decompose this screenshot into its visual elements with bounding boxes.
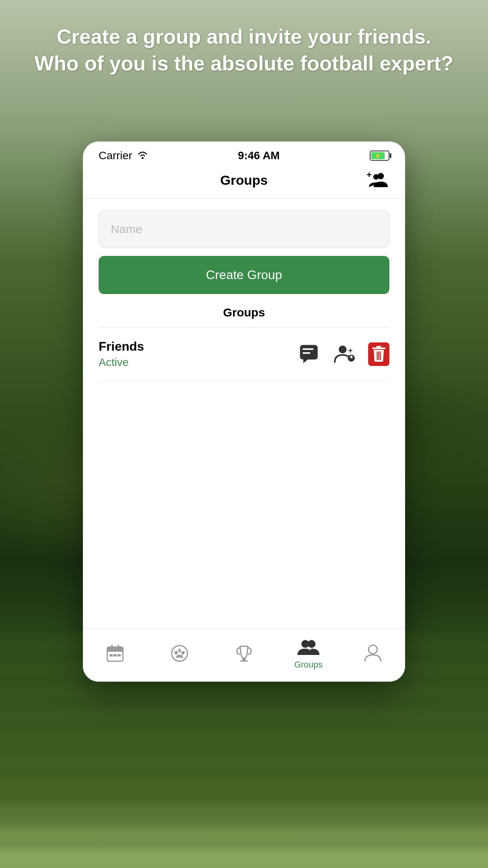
svg-rect-18 (107, 647, 123, 652)
svg-rect-31 (240, 660, 248, 662)
status-bar: Carrier 9:46 AM ⚡ (83, 142, 405, 166)
empty-area (99, 381, 389, 617)
svg-point-3 (373, 174, 379, 180)
svg-marker-29 (179, 655, 183, 658)
group-name-input[interactable] (99, 210, 389, 248)
calendar-icon (105, 643, 125, 664)
hero-text-line2: Who of you is the absolute football expe… (31, 50, 457, 77)
svg-rect-20 (117, 645, 119, 649)
battery-fill: ⚡ (371, 152, 385, 159)
svg-rect-30 (242, 658, 246, 660)
tab-groups-label: Groups (294, 660, 323, 670)
tab-trophy[interactable] (224, 643, 264, 664)
chat-button[interactable] (297, 342, 321, 366)
groups-icon (298, 637, 319, 657)
tab-calendar[interactable] (95, 643, 135, 664)
svg-point-0 (141, 157, 143, 159)
svg-rect-6 (303, 352, 310, 354)
main-content: Create Group Groups Friends Active (83, 199, 405, 629)
hero-text-line1: Create a group and invite your friends. (31, 24, 457, 50)
groups-section-title: Groups (99, 306, 389, 319)
svg-point-7 (339, 346, 347, 353)
add-member-button[interactable]: + (333, 342, 356, 366)
tab-groups[interactable]: Groups (289, 637, 328, 670)
svg-marker-26 (174, 651, 178, 655)
tab-profile[interactable] (353, 643, 393, 664)
battery-bolt: ⚡ (371, 152, 385, 159)
svg-rect-22 (114, 654, 117, 657)
svg-rect-11 (351, 355, 352, 359)
group-actions: + (297, 342, 389, 366)
svg-rect-19 (111, 645, 113, 649)
svg-marker-27 (181, 651, 185, 655)
football-icon (169, 643, 190, 664)
wifi-icon (137, 150, 148, 162)
add-group-button[interactable]: + (366, 170, 389, 190)
group-item: Friends Active (99, 327, 389, 381)
svg-text:+: + (348, 346, 353, 355)
carrier-text: Carrier (99, 149, 132, 162)
svg-rect-23 (117, 654, 121, 657)
group-status: Active (99, 356, 144, 369)
nav-title: Groups (122, 173, 366, 188)
navigation-bar: Groups + (83, 166, 405, 199)
phone-frame: Carrier 9:46 AM ⚡ Groups (83, 142, 405, 682)
create-group-label: Create Group (206, 268, 282, 282)
svg-text:+: + (367, 170, 372, 180)
svg-rect-5 (303, 348, 314, 350)
svg-marker-25 (178, 648, 181, 653)
status-time: 9:46 AM (238, 149, 280, 162)
status-carrier: Carrier (99, 149, 148, 162)
svg-point-33 (308, 640, 316, 648)
svg-point-34 (369, 645, 377, 654)
group-info: Friends Active (99, 339, 144, 369)
tab-football[interactable] (160, 643, 199, 664)
battery-icon: ⚡ (370, 151, 389, 161)
group-name: Friends (99, 339, 144, 354)
delete-group-button[interactable] (368, 342, 389, 366)
svg-rect-21 (110, 654, 113, 657)
profile-icon (363, 643, 383, 664)
hero-text: Create a group and invite your friends. … (0, 24, 488, 77)
status-battery: ⚡ (370, 151, 389, 161)
create-group-button[interactable]: Create Group (99, 256, 389, 294)
tab-bar: Groups (83, 629, 405, 682)
svg-rect-13 (376, 346, 381, 348)
trophy-icon (234, 643, 254, 664)
